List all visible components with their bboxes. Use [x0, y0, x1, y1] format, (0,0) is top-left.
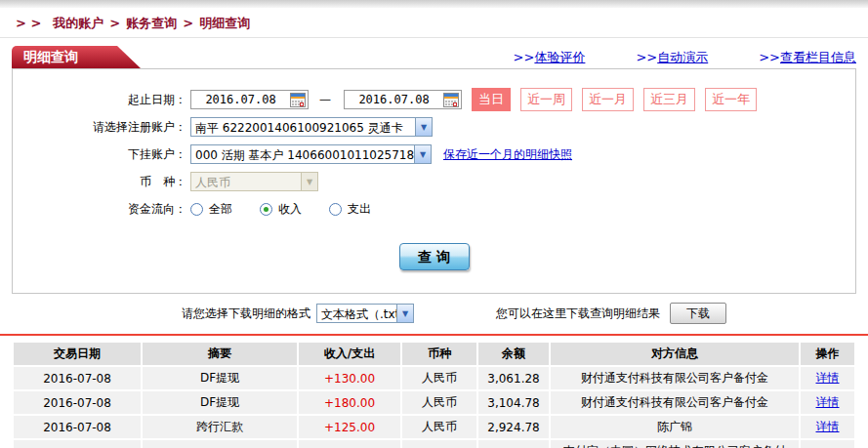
- breadcrumb-item-0[interactable]: 我的账户: [53, 16, 103, 30]
- chevron-down-icon[interactable]: ▼: [414, 145, 431, 163]
- breadcrumb-item-1[interactable]: 账务查询: [126, 16, 177, 30]
- header-link-prefix: >>: [636, 50, 657, 64]
- header-link-label: 查看栏目信息: [780, 50, 856, 64]
- quick-range-button-2[interactable]: 近一月: [582, 88, 634, 111]
- query-form-panel: 起止日期： 2016.07.08 — 2016.07.08: [12, 68, 856, 294]
- flow-option-label: 收入: [278, 201, 302, 218]
- download-button[interactable]: 下载: [670, 303, 726, 324]
- detail-link[interactable]: 详情: [816, 420, 840, 433]
- header-link-prefix: >>: [514, 50, 535, 64]
- cell-summary: DF提现: [143, 367, 297, 389]
- breadcrumb-item-2[interactable]: 明细查询: [199, 16, 250, 30]
- register-account-value: 南平 6222001406100921065 灵通卡: [191, 118, 415, 136]
- cell-date: 2016-07-08: [14, 391, 141, 414]
- cell-summary: DF提现: [143, 391, 297, 414]
- date-from-value: 2016.07.08: [191, 93, 290, 106]
- header-link-0[interactable]: >>体验评价: [514, 49, 586, 66]
- sub-account-row: 下挂账户： 000 活期 基本户 1406600101102571848 ▼ 保…: [13, 143, 855, 165]
- date-to-value: 2016.07.08: [345, 93, 443, 106]
- detail-link[interactable]: 详情: [816, 371, 840, 385]
- breadcrumb-prefix: > >: [16, 16, 41, 30]
- table-row: 2016-07-08陈广锦支付宝+1,235.00人民币2,799.78支付宝（…: [14, 440, 854, 448]
- header-link-label: 体验评价: [534, 50, 585, 64]
- fund-flow-row: 资金流向： 全部收入支出: [13, 198, 855, 220]
- cell-balance: 2,924.78: [478, 416, 549, 438]
- cell-action: 详情: [801, 416, 854, 438]
- breadcrumb: > >我的账户>账务查询>明细查询: [0, 8, 868, 38]
- tab-title: 明细查询: [23, 49, 78, 64]
- download-row: 请您选择下载明细的格式 文本格式（.txt） ▼ 您可以在这里下载查询明细结果 …: [182, 302, 868, 325]
- calendar-icon[interactable]: [290, 93, 306, 107]
- sub-account-select[interactable]: 000 活期 基本户 1406600101102571848 ▼: [190, 144, 432, 164]
- red-divider: [0, 334, 868, 336]
- table-row: 2016-07-08DF提现+180.00人民币3,104.78财付通支付科技有…: [14, 391, 854, 414]
- cell-counterparty: 支付宝（中国）网络技术有限公司客户备付金: [551, 440, 799, 448]
- header-link-2[interactable]: >>查看栏目信息: [759, 49, 856, 66]
- detail-link[interactable]: 详情: [816, 395, 840, 409]
- flow-option-label: 全部: [209, 201, 232, 218]
- cell-amount: +130.00: [299, 367, 400, 389]
- table-row: 2016-07-08DF提现+130.00人民币3,061.28财付通支付科技有…: [14, 367, 854, 389]
- chevron-down-icon[interactable]: ▼: [415, 118, 432, 136]
- radio-icon[interactable]: [190, 203, 203, 216]
- date-from-input[interactable]: 2016.07.08: [190, 90, 309, 109]
- column-header: 操作: [801, 343, 854, 365]
- cell-currency: 人民币: [402, 391, 476, 414]
- cell-amount: +1,235.00: [299, 440, 400, 448]
- query-button-row: 查 询: [13, 243, 855, 270]
- cell-date: 2016-07-08: [14, 416, 141, 438]
- header-links: >>体验评价>>自动演示>>查看栏目信息: [514, 49, 856, 66]
- chevron-down-icon: ▼: [301, 173, 317, 190]
- quick-range-button-0[interactable]: 当日: [472, 88, 511, 111]
- cell-amount: +180.00: [299, 391, 400, 414]
- cell-balance: 3,104.78: [478, 391, 549, 414]
- register-account-select[interactable]: 南平 6222001406100921065 灵通卡 ▼: [190, 117, 433, 137]
- quick-range-button-1[interactable]: 近一周: [520, 88, 572, 111]
- cell-action: 详情: [801, 391, 854, 414]
- register-account-row: 请选择注册账户： 南平 6222001406100921065 灵通卡 ▼: [13, 116, 855, 138]
- date-range-separator: —: [319, 93, 331, 106]
- sub-account-value: 000 活期 基本户 1406600101102571848: [191, 145, 414, 163]
- query-button[interactable]: 查 询: [399, 243, 470, 270]
- cell-balance: 3,061.28: [478, 367, 549, 389]
- table-row: 2016-07-08跨行汇款+125.00人民币2,924.78陈广锦详情: [14, 416, 854, 438]
- header-link-prefix: >>: [759, 50, 780, 64]
- calendar-icon[interactable]: [443, 93, 459, 107]
- flow-option-0[interactable]: 全部: [190, 201, 232, 218]
- currency-row: 币 种： 人民币 ▼: [13, 171, 855, 192]
- snapshot-link[interactable]: 保存近一个月的明细快照: [443, 146, 572, 163]
- header-link-1[interactable]: >>自动演示: [636, 49, 708, 66]
- flow-option-1[interactable]: 收入: [260, 201, 302, 218]
- fund-flow-options: 全部收入支出: [186, 201, 394, 218]
- cell-currency: 人民币: [402, 367, 476, 389]
- radio-icon[interactable]: [260, 203, 272, 216]
- header-link-label: 自动演示: [657, 50, 708, 64]
- sub-account-label: 下挂账户：: [13, 146, 186, 163]
- quick-range-button-3[interactable]: 近三月: [643, 88, 695, 111]
- date-to-input[interactable]: 2016.07.08: [344, 90, 462, 109]
- cell-counterparty: 财付通支付科技有限公司客户备付金: [551, 367, 799, 389]
- download-format-select[interactable]: 文本格式（.txt） ▼: [316, 304, 414, 323]
- table-header-row: 交易日期摘要收入/支出币种余额对方信息操作: [14, 343, 854, 365]
- date-range-label: 起止日期：: [13, 92, 186, 108]
- currency-label: 币 种：: [13, 174, 186, 190]
- fund-flow-label: 资金流向：: [13, 201, 186, 218]
- download-format-label: 请您选择下载明细的格式: [182, 305, 310, 322]
- flow-option-2[interactable]: 支出: [329, 201, 371, 218]
- radio-icon[interactable]: [329, 203, 342, 216]
- column-header: 交易日期: [14, 343, 141, 365]
- cell-action: 详情: [801, 440, 854, 448]
- quick-range-button-4[interactable]: 近一年: [705, 88, 757, 111]
- cell-balance: 2,799.78: [478, 440, 549, 448]
- column-header: 对方信息: [551, 343, 799, 365]
- page-header-row: 明细查询 >>体验评价>>自动演示>>查看栏目信息: [0, 46, 868, 68]
- chevron-down-icon[interactable]: ▼: [396, 305, 413, 322]
- column-header: 余额: [478, 343, 549, 365]
- tab-detail-query[interactable]: 明细查询: [12, 46, 141, 68]
- register-account-label: 请选择注册账户：: [13, 119, 186, 136]
- cell-action: 详情: [801, 367, 854, 389]
- cell-counterparty: 陈广锦: [551, 416, 799, 438]
- cell-date: 2016-07-08: [14, 440, 141, 448]
- cell-counterparty: 财付通支付科技有限公司客户备付金: [551, 391, 799, 414]
- currency-select-disabled: 人民币 ▼: [190, 172, 318, 191]
